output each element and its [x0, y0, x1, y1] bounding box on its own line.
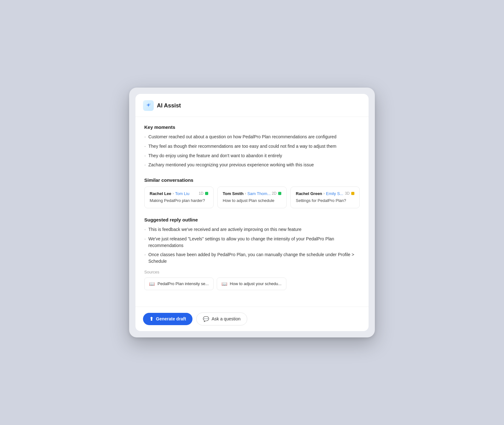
source-card-2[interactable]: 📖 How to adjust your schedu...	[217, 278, 286, 290]
footer: ⬆ Generate draft 💬 Ask a question	[135, 307, 369, 331]
key-moment-item: Zachary mentioned you recognizing your p…	[144, 162, 360, 169]
sources-label: Sources	[144, 270, 360, 274]
conv-subject-1: Making PedalPro plan harder?	[150, 198, 208, 204]
conv-time-3: 3D	[345, 191, 350, 196]
suggested-reply-section: Suggested reply outline This is feedback…	[144, 217, 360, 290]
conv-status-dot-1	[205, 192, 208, 195]
suggested-reply-title: Suggested reply outline	[144, 217, 360, 222]
conv-status-dot-3	[351, 192, 354, 195]
source-label-2: How to adjust your schedu...	[230, 281, 282, 286]
generate-draft-label: Generate draft	[156, 316, 186, 321]
source-book-icon-2: 📖	[221, 281, 227, 287]
conversation-card-2[interactable]: Tom Smith › Sam Thom... 2D How to adjust…	[217, 187, 287, 208]
conv-meta-2: 2D	[272, 191, 281, 196]
generate-draft-icon: ⬆	[149, 316, 153, 322]
key-moment-item: Customer reached out about a question on…	[144, 134, 360, 141]
ask-question-icon: 💬	[203, 316, 209, 322]
conv-meta-1: 1D	[199, 191, 208, 196]
similar-conversations-title: Similar conversations	[144, 177, 360, 183]
conv-participants-2: Tom Smith › Sam Thom...	[223, 191, 271, 196]
conv-card-header-1: Rachel Lee › Tom Liu 1D	[150, 191, 208, 196]
key-moments-list: Customer reached out about a question on…	[144, 134, 360, 168]
inner-card: AI Assist Key moments Customer reached o…	[135, 94, 369, 331]
conv-time-1: 1D	[199, 191, 203, 196]
ask-question-button[interactable]: 💬 Ask a question	[196, 313, 247, 325]
generate-draft-button[interactable]: ⬆ Generate draft	[143, 313, 192, 325]
conv-subject-2: How to adjust Plan schedule	[223, 198, 281, 204]
ask-question-label: Ask a question	[212, 316, 241, 321]
conv-arrow-1: ›	[173, 191, 174, 196]
outer-card: AI Assist Key moments Customer reached o…	[129, 88, 375, 337]
conv-card-header-2: Tom Smith › Sam Thom... 2D	[223, 191, 281, 196]
sparkle-icon	[145, 102, 152, 109]
header-title: AI Assist	[157, 102, 181, 109]
similar-conversations-section: Similar conversations Rachel Lee › Tom L…	[144, 177, 360, 208]
conv-from-1: Rachel Lee	[150, 191, 171, 196]
key-moment-item: They feel as though their recommendation…	[144, 143, 360, 150]
source-card-1[interactable]: 📖 PedalPro Plan intensity se...	[144, 278, 214, 290]
source-book-icon-1: 📖	[149, 281, 155, 287]
content: Key moments Customer reached out about a…	[135, 117, 369, 306]
conversation-card-3[interactable]: Rachel Green › Emily S... 3D Settings fo…	[290, 187, 360, 208]
conv-to-1: Tom Liu	[175, 191, 190, 196]
conv-card-header-3: Rachel Green › Emily S... 3D	[296, 191, 354, 196]
reply-item-2: We've just released "Levels" settings to…	[144, 236, 360, 249]
svg-point-0	[150, 104, 151, 105]
conv-from-3: Rachel Green	[296, 191, 322, 196]
key-moments-title: Key moments	[144, 124, 360, 130]
reply-item-1: This is feedback we've received and are …	[144, 226, 360, 233]
conv-to-2: Sam Thom...	[247, 191, 271, 196]
conv-status-dot-2	[278, 192, 281, 195]
ai-icon	[143, 100, 154, 111]
conv-meta-3: 3D	[345, 191, 354, 196]
conversation-cards: Rachel Lee › Tom Liu 1D Making PedalPro …	[144, 187, 360, 208]
conv-time-2: 2D	[272, 191, 277, 196]
conv-arrow-3: ›	[324, 191, 325, 196]
suggested-reply-list: This is feedback we've received and are …	[144, 226, 360, 265]
key-moment-item: They do enjoy using the feature and don'…	[144, 152, 360, 159]
conv-arrow-2: ›	[245, 191, 246, 196]
conv-participants-3: Rachel Green › Emily S...	[296, 191, 343, 196]
header: AI Assist	[135, 94, 369, 117]
key-moments-section: Key moments Customer reached out about a…	[144, 124, 360, 168]
conversation-card-1[interactable]: Rachel Lee › Tom Liu 1D Making PedalPro …	[144, 187, 214, 208]
reply-item-3: Once classes have been added by PedalPro…	[144, 251, 360, 265]
source-label-1: PedalPro Plan intensity se...	[158, 281, 209, 286]
conv-subject-3: Settings for PedalPro Plan?	[296, 198, 354, 204]
source-cards: 📖 PedalPro Plan intensity se... 📖 How to…	[144, 278, 360, 290]
conv-to-3: Emily S...	[326, 191, 343, 196]
conv-from-2: Tom Smith	[223, 191, 243, 196]
conv-participants-1: Rachel Lee › Tom Liu	[150, 191, 189, 196]
